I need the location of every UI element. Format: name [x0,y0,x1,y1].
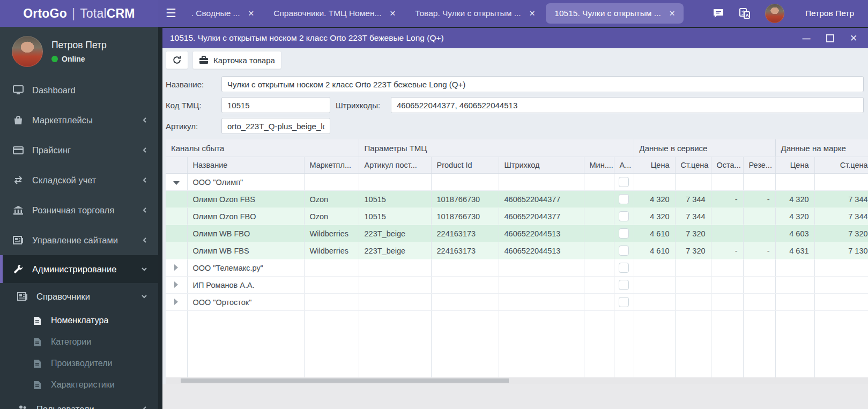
col-marketplace[interactable]: Маркетпл... [304,157,359,174]
col-mp-price[interactable]: Цена [775,157,814,174]
tab-product-card-active[interactable]: 10515. Чулки с открытым ... ✕ [546,3,684,24]
cell-reserve [743,208,775,225]
active-checkbox[interactable] [619,228,629,239]
exchange-icon [12,176,24,184]
active-checkbox[interactable] [619,297,629,307]
cell-old-price: 7 344 [675,191,711,208]
sidebar-item-administration[interactable]: Администрирование [0,255,158,283]
col-mp-old-price[interactable]: Ст.цена [814,157,868,174]
cell-old-price: 7 320 [675,242,711,259]
sidebar-item-marketplaces[interactable]: Маркетплейсы [0,105,158,135]
expand-icon[interactable] [174,264,178,271]
close-icon[interactable]: ✕ [389,9,396,18]
barcodes-input[interactable] [391,97,864,113]
active-checkbox[interactable] [619,211,629,221]
logo-suite-bold: CRM [107,6,135,21]
refresh-icon [172,55,182,65]
sidebar-item-categories[interactable]: Категории [0,331,158,353]
expand-icon[interactable] [174,281,178,288]
sidebar-item-warehouse[interactable]: Складской учет [0,165,158,195]
cell-mp-old-price: 7 130 [814,242,868,259]
col-min[interactable]: Мин.... [584,157,614,174]
user-avatar[interactable] [765,4,784,23]
group-marketplace-data: Данные на марке [775,139,868,157]
col-barcode[interactable]: Штрихкод [499,157,584,174]
shopping-bag-icon [12,115,24,125]
menu-icon[interactable]: ☰ [166,8,176,19]
active-checkbox[interactable] [619,177,629,187]
translate-icon[interactable]: 文A [739,8,751,19]
sidebar-item-nomenclature[interactable]: Номенклатура [0,310,158,331]
window-title: 10515. Чулки с открытым носком 2 класс O… [170,33,802,43]
sidebar-item-manufacturers[interactable]: Производители [0,353,158,374]
sidebar-item-retail[interactable]: Розничная торговля [0,195,158,225]
tab-directories-tmc[interactable]: Справочники. ТМЦ Номен... ✕ [265,3,404,24]
name-input[interactable] [221,76,864,92]
minimize-icon[interactable]: — [802,33,811,43]
col-active[interactable]: А... [614,157,634,174]
close-icon[interactable]: ✕ [669,9,676,18]
sidebar-item-characteristics[interactable]: Характеристики [0,374,158,396]
active-checkbox[interactable] [619,280,629,290]
cell-name: Олимп WB FBS [187,242,304,259]
cell-mp-old-price: 7 320 [814,225,868,242]
cell-supplier-sku: 223T_beige [359,242,431,259]
refresh-button[interactable] [166,51,188,69]
channel-group-row[interactable]: ООО "Телемакс.ру" [166,259,868,277]
channel-group-row[interactable]: ООО "Олимп" [166,174,868,191]
sidebar-item-pricing[interactable]: Прайсинг [0,135,158,165]
col-supplier-sku[interactable]: Артикул пост... [359,157,431,174]
user-avatar[interactable] [12,36,43,67]
workspace: 10515. Чулки с открытым носком 2 класс O… [158,27,868,409]
topbar-user-name: Петров Петр [805,9,854,18]
cell-stock [711,208,743,225]
code-input[interactable] [221,97,330,113]
group-tmc-params: Параметры ТМЦ [359,139,634,157]
sidebar-item-users[interactable]: Пользователи [0,396,158,409]
close-icon[interactable]: ✕ [529,9,536,18]
close-icon[interactable]: ✕ [849,33,858,43]
product-form: Название: Код ТМЦ: Штрихкоды: Артикул: [162,72,868,139]
active-checkbox[interactable] [619,263,629,273]
sidebar-item-site-management[interactable]: Управление сайтами [0,225,158,255]
channel-row[interactable]: Олимп Ozon FBO Ozon 10515 1018766730 460… [166,208,868,225]
col-reserve[interactable]: Резе... [743,157,775,174]
channel-row[interactable]: Олимп WB FBS Wildberries 223T_beige 2241… [166,242,868,259]
channel-row[interactable]: Олимп WB FBO Wildberries 223T_beige 2241… [166,225,868,242]
cell-price: 4 610 [634,225,675,242]
cell-name: ИП Романов А.А. [187,277,304,294]
col-price[interactable]: Цена [634,157,675,174]
active-checkbox[interactable] [619,194,629,204]
product-card-button[interactable]: Карточка товара [192,51,281,69]
close-icon[interactable]: ✕ [248,9,254,18]
cell-price: 4 320 [634,191,675,208]
col-stock[interactable]: Оста... [711,157,743,174]
col-product-id[interactable]: Product Id [431,157,499,174]
cell-barcode: 4606522044377 [499,191,584,208]
maximize-icon[interactable] [825,33,835,43]
col-old-price[interactable]: Ст.цена [675,157,711,174]
active-checkbox[interactable] [619,246,629,256]
channel-row[interactable]: Олимп Ozon FBS Ozon 10515 1018766730 460… [166,191,868,208]
horizontal-scrollbar[interactable] [166,377,868,384]
sku-input[interactable] [221,118,330,134]
channel-group-row[interactable]: ООО "Ортосток" [166,294,868,311]
col-name[interactable]: Название [187,157,304,174]
expand-icon[interactable] [174,299,178,305]
product-card-window: 10515. Чулки с открытым носком 2 класс O… [162,28,868,409]
collapse-icon[interactable] [173,181,180,185]
channel-group-row[interactable]: ИП Романов А.А. [166,277,868,294]
sidebar-item-dashboard[interactable]: Dashboard [0,75,158,105]
briefcase-icon [199,56,209,64]
tab-bar: ☰ . Сводные ... ✕ Справочники. ТМЦ Номен… [158,0,868,27]
tab-summary[interactable]: . Сводные ... ✕ [183,3,263,24]
cell-stock: - [711,242,743,259]
tab-product[interactable]: Товар. Чулки с открытым ... ✕ [406,3,544,24]
logo-brand: OrtoGo [23,6,67,21]
cell-barcode: 4606522044377 [499,208,584,225]
cell-mp-old-price: 7 344 [814,208,868,225]
chat-icon[interactable] [713,8,724,19]
cell-supplier-sku: 223T_beige [359,225,431,242]
scrollbar-thumb[interactable] [181,378,509,383]
sidebar-item-directories[interactable]: Справочники [0,283,158,310]
